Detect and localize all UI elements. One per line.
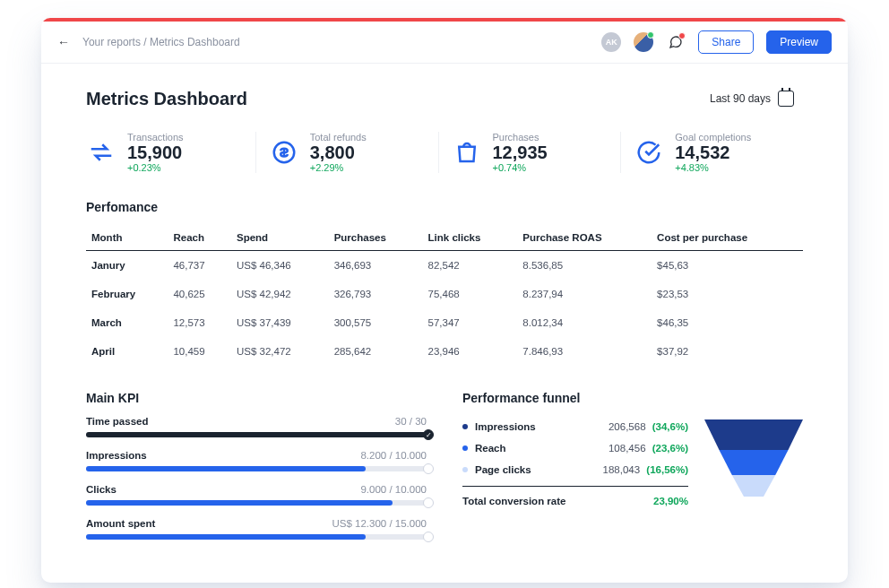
- funnel-item-percent: (16,56%): [646, 464, 688, 475]
- cell-purchases: 285,642: [329, 337, 423, 366]
- cell-spend: US$ 32,472: [231, 337, 329, 366]
- kpi-progress-bar: [86, 534, 427, 540]
- cell-cpp: $37,92: [652, 337, 803, 366]
- cell-purchases: 346,693: [329, 251, 423, 281]
- date-range-picker[interactable]: Last 90 days: [701, 85, 803, 112]
- breadcrumb[interactable]: Your reports / Metrics Dashboard: [82, 36, 240, 48]
- kpi-value: 14,532: [675, 143, 751, 162]
- kpi-value: 3,800: [310, 143, 367, 162]
- kpi-card-refunds: Total refunds 3,800 +2.29%: [255, 132, 438, 173]
- kpi-value: 12,935: [493, 143, 548, 162]
- kpi-progress-bar: ✓: [86, 432, 427, 437]
- performance-title: Perfomance: [86, 200, 803, 214]
- kpi-label: Total refunds: [310, 132, 367, 143]
- cell-reach: 12,573: [168, 308, 231, 337]
- breadcrumb-parent[interactable]: Your reports: [82, 36, 141, 48]
- col-month: Month: [86, 225, 168, 251]
- cell-spend: US$ 37,439: [231, 308, 329, 337]
- kpi-card-transactions: Transactions 15,900 +0.23%: [86, 132, 255, 173]
- kpi-label: Goal completions: [675, 132, 751, 143]
- funnel-item-value: 206,568 (34,6%): [608, 421, 688, 432]
- date-range-label: Last 90 days: [710, 92, 771, 105]
- kpi-delta: +4.83%: [675, 162, 751, 173]
- kpi-progress-row: Time passed30 / 30✓: [86, 416, 427, 437]
- funnel-item-value: 188,043 (16,56%): [603, 464, 688, 475]
- col-reach: Reach: [168, 225, 231, 251]
- cell-reach: 46,737: [168, 251, 231, 281]
- cell-purchases: 326,793: [329, 280, 423, 308]
- kpi-progress-label: Impressions: [86, 450, 147, 461]
- table-row: February40,625US$ 42,942326,79375,4688.2…: [86, 280, 803, 308]
- kpi-progress-endcap: [423, 463, 434, 474]
- cell-reach: 40,625: [168, 280, 231, 308]
- page-body: Metrics Dashboard Last 90 days Transacti…: [41, 64, 848, 583]
- shopping-bag-icon: [452, 137, 482, 168]
- avatar-collaborator-photo[interactable]: [634, 32, 653, 52]
- cell-roas: 7.846,93: [517, 337, 652, 366]
- funnel-total-row: Total conversion rate 23,90%: [462, 486, 688, 506]
- kpi-progress-row: Clicks9.000 / 10.000: [86, 484, 427, 506]
- kpi-progress-value: 8.200 / 10.000: [360, 450, 427, 461]
- funnel-item-label: Page clicks: [475, 464, 548, 475]
- cell-cpp: $23,53: [652, 280, 803, 308]
- refund-circle-icon: [269, 137, 299, 168]
- share-button[interactable]: Share: [698, 30, 754, 54]
- kpi-progress-bar: [86, 466, 427, 471]
- funnel-item-label: Impressions: [475, 421, 548, 432]
- kpi-progress-value: US$ 12.300 / 15.000: [332, 518, 427, 529]
- funnel-total-label: Total conversion rate: [462, 496, 565, 506]
- col-roas: Purchase ROAS: [517, 225, 652, 251]
- table-header-row: Month Reach Spend Purchases Link clicks …: [86, 225, 803, 251]
- check-circle-icon: [634, 137, 664, 168]
- funnel-segment-2: [704, 450, 803, 475]
- kpi-cards-row: Transactions 15,900 +0.23% Total refunds…: [86, 132, 803, 173]
- topbar: ← Your reports / Metrics Dashboard AK Sh…: [41, 22, 848, 64]
- kpi-progress-value: 9.000 / 10.000: [360, 484, 427, 495]
- col-spend: Spend: [231, 225, 329, 251]
- performance-table: Month Reach Spend Purchases Link clicks …: [86, 225, 803, 366]
- cell-link-clicks: 75,468: [423, 280, 518, 308]
- kpi-progress-endcap: [423, 497, 434, 508]
- funnel-item-value: 108,456 (23,6%): [608, 443, 688, 454]
- cell-month: March: [86, 308, 168, 337]
- kpi-progress-label: Time passed: [86, 416, 148, 427]
- lower-row: Main KPI Time passed30 / 30✓Impressions8…: [86, 391, 803, 552]
- col-purchases: Purchases: [329, 225, 423, 251]
- funnel-total-value: 23,90%: [653, 496, 688, 506]
- main-kpi-panel: Main KPI Time passed30 / 30✓Impressions8…: [86, 391, 427, 552]
- funnel-dot: [462, 467, 468, 472]
- kpi-value: 15,900: [127, 143, 184, 162]
- kpi-progress-row: Impressions8.200 / 10.000: [86, 450, 427, 471]
- cell-cpp: $45,63: [652, 251, 803, 281]
- funnel-title: Performance funnel: [462, 391, 803, 405]
- funnel-item-percent: (23,6%): [652, 443, 688, 454]
- cell-roas: 8.012,34: [517, 308, 652, 337]
- page-title: Metrics Dashboard: [86, 89, 247, 109]
- table-row: April10,459US$ 32,472285,64223,9467.846,…: [86, 337, 803, 366]
- preview-button[interactable]: Preview: [766, 30, 832, 54]
- cell-link-clicks: 57,347: [423, 308, 518, 337]
- kpi-progress-endcap: ✓: [423, 429, 434, 440]
- cell-roas: 8.536,85: [517, 251, 652, 281]
- back-button[interactable]: ←: [57, 35, 70, 49]
- cell-month: February: [86, 280, 168, 308]
- avatar-collaborator-ak[interactable]: AK: [601, 32, 621, 52]
- kpi-delta: +0.74%: [493, 162, 548, 173]
- funnel-item: Impressions206,568 (34,6%): [462, 416, 688, 437]
- funnel-segment-3: [704, 475, 803, 497]
- kpi-progress-endcap: [423, 532, 434, 542]
- kpi-progress-value: 30 / 30: [395, 416, 427, 427]
- kpi-label: Transactions: [127, 132, 184, 143]
- cell-reach: 10,459: [168, 337, 231, 366]
- funnel-item: Page clicks188,043 (16,56%): [462, 459, 688, 480]
- comments-icon[interactable]: [666, 32, 686, 52]
- breadcrumb-current[interactable]: Metrics Dashboard: [150, 36, 240, 48]
- arrows-exchange-icon: [86, 137, 117, 168]
- page-header: Metrics Dashboard Last 90 days: [86, 85, 803, 112]
- funnel-item-percent: (34,6%): [652, 421, 688, 432]
- cell-purchases: 300,575: [329, 308, 423, 337]
- funnel-dot: [462, 445, 468, 451]
- kpi-progress-bar: [86, 500, 427, 506]
- funnel-item-label: Reach: [475, 443, 548, 454]
- cell-link-clicks: 82,542: [423, 251, 518, 281]
